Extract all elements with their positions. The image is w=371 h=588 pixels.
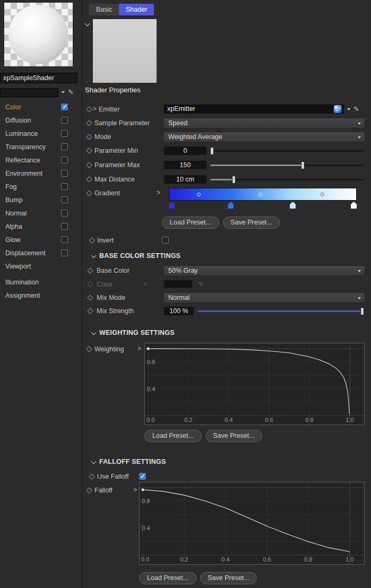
section-falloff-settings[interactable]: FALLOFF SETTINGS [82,457,371,468]
falloff-curve-editor[interactable]: 0.80.40.00.20.40.60.81.0 [139,482,365,565]
emitter-link-field[interactable]: xpEmitter [163,104,344,114]
mode-dropdown[interactable]: Weighted Average [163,132,365,142]
key-diamond-icon[interactable] [87,295,93,300]
key-diamond-icon[interactable] [87,267,93,273]
slider-track[interactable] [210,150,364,152]
channel-environment[interactable]: Environment [0,168,82,181]
key-diamond-icon[interactable] [86,190,92,196]
save-preset-button[interactable]: Save Preset... [200,572,257,584]
parameter-max-slider[interactable] [210,160,364,170]
channel-diffusion-checkbox[interactable] [61,117,68,124]
channel-luminance-checkbox[interactable] [61,130,68,137]
sample-parameter-dropdown[interactable]: Speed [163,118,365,128]
key-diamond-icon[interactable] [86,120,92,126]
key-diamond-icon[interactable] [86,346,92,352]
slider-knob[interactable] [232,176,236,184]
channel-normal-checkbox[interactable] [61,210,68,217]
edit-pencil-icon[interactable]: ✎ [68,88,74,97]
parameter-min-slider[interactable] [210,145,364,156]
collapse-chevron-icon[interactable] [91,459,97,464]
expand-arrow-icon[interactable]: > [93,105,97,113]
channel-diffusion[interactable]: Diffusion [0,115,82,128]
slider-knob[interactable] [360,307,364,315]
use-falloff-checkbox[interactable] [139,473,146,480]
gradient-knot[interactable] [351,202,357,209]
material-preview[interactable] [4,3,73,66]
key-diamond-icon[interactable] [86,134,92,140]
invert-checkbox[interactable] [162,237,169,244]
key-diamond-icon[interactable] [86,487,92,493]
gradient-bias-handle[interactable] [258,193,262,196]
channel-alpha[interactable]: Alpha [0,221,82,234]
gradient-bar[interactable] [169,188,357,201]
key-diamond-icon[interactable] [89,473,94,479]
expand-arrow-icon[interactable]: > [137,345,141,352]
gradient-knot[interactable] [169,202,175,209]
shader-quick-field[interactable] [0,88,58,97]
channel-transparency-checkbox[interactable] [61,143,68,150]
channel-reflectance-checkbox[interactable] [61,157,68,163]
max-distance-slider[interactable] [210,174,364,185]
gradient-knot[interactable] [290,202,296,209]
key-diamond-icon[interactable] [86,176,92,182]
parameter-max-field[interactable]: 150 [163,160,207,170]
key-diamond-icon[interactable] [89,237,94,243]
section-base-color-settings[interactable]: BASE COLOR SETTINGS [82,251,371,262]
collapse-chevron-icon[interactable] [91,253,97,258]
channel-fog[interactable]: Fog [0,181,82,194]
base-color-dropdown[interactable]: 50% Gray [163,265,365,276]
sidebar-item-assignment[interactable]: Assignment [0,290,82,303]
load-preset-button[interactable]: Load Preset... [162,217,219,229]
slider-knob[interactable] [210,147,214,155]
key-diamond-icon[interactable] [86,148,92,153]
expand-arrow-icon[interactable]: > [133,486,137,494]
load-preset-button[interactable]: Load Preset... [139,572,196,584]
channel-fog-checkbox[interactable] [61,183,68,190]
channel-environment-checkbox[interactable] [61,170,68,177]
collapse-chevron-icon[interactable] [91,330,97,335]
svg-text:0.8: 0.8 [147,359,155,365]
key-diamond-icon[interactable] [86,162,92,168]
channel-glow[interactable]: Glow [0,234,82,247]
dropdown-caret-icon[interactable] [347,108,350,110]
channel-displacement-checkbox[interactable] [61,249,68,256]
mix-mode-dropdown[interactable]: Normal [163,292,365,303]
channel-normal[interactable]: Normal [0,207,82,221]
channel-glow-checkbox[interactable] [61,236,68,243]
key-diamond-icon[interactable] [86,106,92,112]
parameter-min-field[interactable]: 0 [163,146,207,155]
channel-color[interactable]: Color [0,101,82,115]
material-name-field[interactable]: xpSampleShader [0,73,77,83]
tab-shader[interactable]: Shader [119,4,154,15]
mix-strength-field[interactable]: 100 % [163,306,194,316]
gradient-knot[interactable] [228,202,234,209]
expand-arrow-icon[interactable]: > [157,189,160,196]
max-distance-field[interactable]: 10 cm [163,175,207,184]
weighting-curve-editor[interactable]: 0.80.40.00.20.40.60.81.0 [144,343,365,425]
key-diamond-icon[interactable] [87,308,93,314]
channel-luminance[interactable]: Luminance [0,128,82,141]
gradient-bias-handle[interactable] [197,193,201,196]
channel-bump[interactable]: Bump [0,194,82,207]
load-preset-button[interactable]: Load Preset... [144,430,202,442]
save-preset-button[interactable]: Save Preset... [223,217,280,229]
channel-alpha-checkbox[interactable] [61,223,68,230]
edit-pencil-icon[interactable]: ✎ [353,105,359,114]
gradient-bias-handle[interactable] [321,193,324,196]
mix-strength-slider[interactable] [197,306,364,316]
save-preset-button[interactable]: Save Preset... [205,430,262,442]
tab-basic[interactable]: Basic [89,4,119,15]
channel-color-checkbox[interactable] [61,103,68,110]
channel-transparency[interactable]: Transparency [0,141,82,154]
section-weighting-settings[interactable]: WEIGHTING SETTINGS [82,328,371,339]
dropdown-caret-icon[interactable] [62,91,65,93]
channel-reflectance[interactable]: Reflectance [0,154,82,168]
sidebar-item-viewport[interactable]: Viewport [0,261,82,274]
field-value: 100 % [169,307,188,315]
sidebar-item-illumination[interactable]: Illumination [0,276,82,290]
preview-expand-chevron[interactable] [85,21,90,27]
channel-bump-checkbox[interactable] [61,196,68,203]
slider-knob[interactable] [301,161,305,169]
channel-displacement[interactable]: Displacement [0,247,82,261]
shader-preview-swatch[interactable] [93,19,157,83]
